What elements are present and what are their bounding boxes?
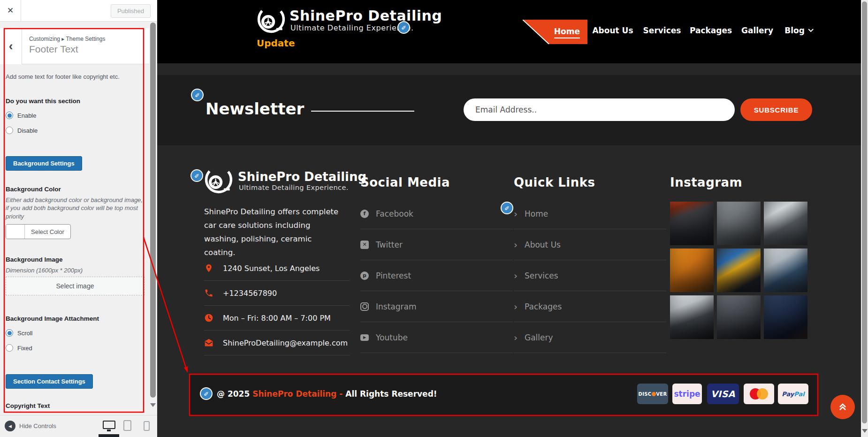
- instagram-photo[interactable]: [717, 249, 761, 292]
- sidebar-scroll-down-icon[interactable]: [150, 403, 156, 407]
- social-instagram[interactable]: Instagram: [360, 291, 513, 322]
- nav-item-blog[interactable]: Blog: [784, 26, 814, 35]
- contact-hours-text: Mon – Fri: 8:00 AM – 7:00 PM: [223, 314, 331, 323]
- scroll-radio[interactable]: Scroll: [6, 329, 33, 337]
- mobile-preview-icon[interactable]: [144, 421, 150, 431]
- discover-card-icon: DISCVER: [637, 384, 668, 404]
- customizer-topbar: ✕ Published: [0, 0, 157, 22]
- back-icon[interactable]: ‹: [0, 28, 22, 64]
- social-twitter[interactable]: ✕Twitter: [360, 229, 513, 260]
- chevron-right-icon: ›: [514, 271, 518, 280]
- instagram-photo[interactable]: [670, 295, 714, 339]
- enable-radio-label: Enable: [17, 112, 36, 119]
- edit-logo-icon[interactable]: ✎: [397, 21, 410, 34]
- edit-copyright-icon[interactable]: ✎: [200, 387, 213, 400]
- radio-dot: [6, 127, 13, 134]
- phone-icon: [204, 288, 213, 298]
- instagram-photo[interactable]: [764, 202, 807, 245]
- panel-header: ‹ Customizing ▸ Theme Settings Footer Te…: [0, 28, 149, 64]
- nav-item-gallery[interactable]: Gallery: [741, 26, 773, 35]
- hide-controls-label[interactable]: Hide Controls: [19, 422, 56, 429]
- social-pinterest[interactable]: pPinterest: [360, 260, 513, 291]
- enable-radio[interactable]: Enable: [6, 112, 36, 119]
- discover-dot: [652, 392, 656, 396]
- disable-radio[interactable]: Disable: [6, 127, 38, 134]
- sidebar-scrollbar-thumb[interactable]: [150, 23, 156, 398]
- edit-quick-links-icon[interactable]: ✎: [501, 202, 513, 214]
- edit-footer-logo-icon[interactable]: ✎: [190, 169, 203, 182]
- contact-email[interactable]: ShineProDetailing@example.com: [204, 331, 350, 355]
- nav-item-home-label: Home: [554, 27, 580, 38]
- tablet-preview-icon[interactable]: [123, 420, 131, 431]
- page-scrollbar-thumb[interactable]: [862, 1, 867, 423]
- instagram-photo[interactable]: [764, 249, 807, 292]
- background-settings-button[interactable]: Background Settings: [6, 156, 82, 171]
- double-chevron-up-icon: [838, 402, 847, 412]
- nav-label: About Us: [592, 26, 633, 35]
- quick-links-heading: Quick Links: [514, 175, 595, 189]
- site-header: ShinePro Detailing Ultimate Detailing Ex…: [157, 0, 861, 63]
- visa-text: VISA: [711, 389, 735, 399]
- instagram-photo[interactable]: [670, 249, 714, 292]
- copyright-suffix: All Rights Reserved!: [345, 389, 437, 399]
- collapse-arrow: ◀: [8, 424, 12, 429]
- envelope-icon: [204, 338, 213, 347]
- fixed-radio[interactable]: Fixed: [6, 344, 32, 352]
- nav-item-about[interactable]: About Us: [592, 26, 633, 35]
- quick-link-home[interactable]: ›Home: [514, 198, 666, 229]
- scroll-radio-label: Scroll: [17, 330, 33, 337]
- mastercard-yellow-circle: [757, 388, 768, 399]
- youtube-icon: ▶: [360, 334, 369, 341]
- quick-link-label: Packages: [525, 302, 562, 311]
- mastercard-icon: [744, 384, 774, 404]
- page-scroll-down-icon[interactable]: [862, 429, 868, 433]
- published-button[interactable]: Published: [111, 4, 151, 18]
- social-facebook[interactable]: fFacebook: [360, 198, 513, 229]
- copyright-bar: ✎ @ 2025 ShinePro Detailing - All Rights…: [190, 375, 817, 415]
- clock-icon: [204, 313, 213, 323]
- nav-item-packages[interactable]: Packages: [690, 26, 732, 35]
- contact-hours[interactable]: Mon – Fri: 8:00 AM – 7:00 PM: [204, 306, 350, 331]
- background-image-dimension: Dimension (1600px * 200px): [6, 266, 143, 274]
- section-contact-settings-button[interactable]: Section Contact Settings: [6, 374, 93, 389]
- pencil-icon: ✎: [194, 172, 199, 179]
- close-icon[interactable]: ✕: [0, 0, 21, 21]
- breadcrumb: Customizing ▸ Theme Settings: [29, 36, 106, 42]
- instagram-photo[interactable]: [717, 202, 761, 245]
- select-color-label: Select Color: [25, 228, 70, 235]
- section-description: Add some text for footer like copyright …: [6, 73, 141, 80]
- nav-item-home[interactable]: Home: [523, 20, 587, 44]
- site-title[interactable]: ShinePro Detailing: [289, 8, 442, 24]
- quick-link-gallery[interactable]: ›Gallery: [514, 322, 666, 353]
- subscribe-button[interactable]: SUBSCRIBE: [740, 98, 812, 121]
- edit-newsletter-icon[interactable]: ✎: [191, 89, 204, 101]
- pencil-icon: ✎: [401, 24, 406, 31]
- collapse-controls-icon[interactable]: ◀: [5, 421, 15, 431]
- contact-address[interactable]: 1240 Sunset, Los Angeles: [204, 256, 350, 281]
- select-image-button[interactable]: Select image: [6, 277, 145, 295]
- instagram-photo[interactable]: [764, 295, 807, 339]
- nav-item-services[interactable]: Services: [643, 26, 681, 35]
- paypal-card-icon: PayPal: [778, 384, 808, 404]
- quick-link-packages[interactable]: ›Packages: [514, 291, 666, 322]
- scroll-to-top-button[interactable]: [830, 395, 855, 419]
- footer-about-text: ShinePro Detailing offers complete car c…: [204, 205, 345, 260]
- contact-phone[interactable]: +1234567890: [204, 281, 350, 306]
- copyright-text: @ 2025 ShinePro Detailing - All Rights R…: [217, 389, 437, 399]
- instagram-photo[interactable]: [717, 295, 761, 339]
- newsletter-title: Newsletter: [206, 99, 304, 118]
- footer-site-tagline: Ultimate Detailing Experience.: [239, 184, 349, 191]
- wheel-logo-icon: [257, 5, 286, 34]
- chevron-right-icon: ›: [514, 333, 518, 342]
- contact-address-text: 1240 Sunset, Los Angeles: [223, 264, 320, 273]
- quick-links-list: ›Home ›About Us ›Services ›Packages ›Gal…: [514, 198, 666, 353]
- select-color-control[interactable]: Select Color: [6, 224, 71, 239]
- social-youtube[interactable]: ▶Youtube: [360, 322, 513, 353]
- email-input[interactable]: [464, 98, 735, 121]
- desktop-preview-icon[interactable]: [103, 421, 115, 429]
- copyright-prefix: @ 2025: [217, 389, 252, 399]
- instagram-photo[interactable]: [670, 202, 714, 245]
- quick-link-services[interactable]: ›Services: [514, 260, 666, 291]
- quick-link-about[interactable]: ›About Us: [514, 229, 666, 260]
- update-link[interactable]: Update: [257, 38, 295, 49]
